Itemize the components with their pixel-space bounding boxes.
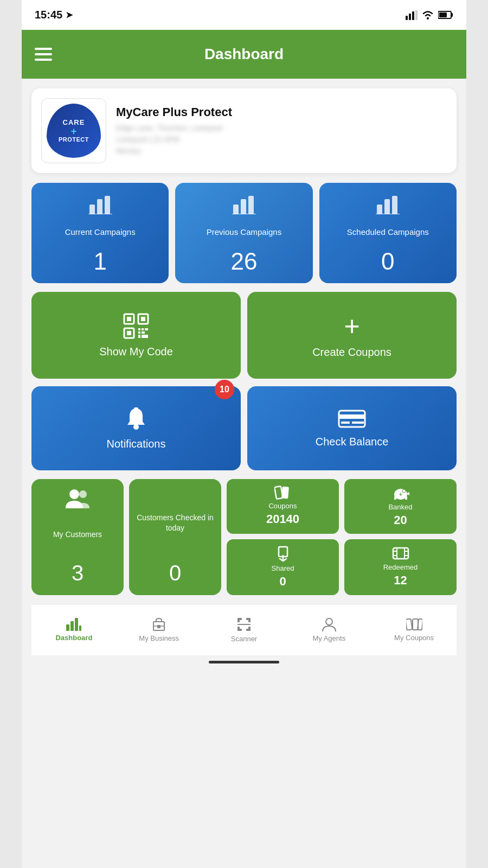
coupons-value: 20140 [266, 512, 299, 526]
nav-dashboard-label: Dashboard [55, 634, 92, 642]
signal-icon [406, 10, 418, 20]
svg-rect-56 [66, 624, 69, 631]
svg-rect-57 [70, 621, 74, 631]
svg-rect-3 [415, 10, 418, 20]
coupons-label: Coupons [268, 502, 297, 510]
svg-point-4 [427, 17, 429, 20]
previous-campaigns-label: Previous Campaigns [207, 227, 281, 238]
qr-code-icon [123, 313, 149, 339]
dashboard-nav-icon [66, 618, 81, 631]
checked-in-tile[interactable]: Customers Checked in today 0 [129, 479, 221, 595]
svg-rect-68 [237, 627, 240, 631]
notifications-label: Notifications [107, 438, 166, 450]
svg-rect-18 [392, 196, 397, 214]
svg-rect-32 [142, 335, 148, 338]
redeemed-stat-tile[interactable]: Redeemed 12 [344, 539, 457, 595]
share-icon [274, 546, 292, 562]
nav-scanner[interactable]: Scanner [202, 611, 287, 648]
business-info: MyCare Plus Protect Edge Lane, Thornton,… [116, 105, 447, 157]
nav-my-business[interactable]: My Business [117, 612, 202, 648]
app-header: Dashboard [22, 30, 466, 79]
svg-rect-10 [105, 196, 110, 214]
nav-scanner-label: Scanner [231, 635, 257, 643]
business-card: CARE + PROTECT MyCare Plus Protect Edge … [31, 88, 457, 173]
location-icon: ➤ [66, 10, 73, 20]
svg-rect-58 [75, 618, 78, 631]
show-my-code-button[interactable]: Show My Code [31, 292, 241, 379]
bar-chart-icon-scheduled [376, 195, 400, 214]
banked-stat-tile[interactable]: + Banked 20 [344, 479, 457, 534]
business-logo: CARE + PROTECT [41, 98, 106, 163]
status-time: 15:45 ➤ [35, 9, 73, 21]
nav-dashboard[interactable]: Dashboard [31, 612, 117, 647]
bar-chart-icon-current [88, 195, 112, 214]
battery-icon [438, 11, 453, 19]
scanner-nav-icon [236, 617, 252, 632]
svg-rect-9 [97, 199, 102, 214]
banked-value: 20 [394, 513, 407, 527]
coupon-stats-grid: Coupons 20140 + Banked 20 [227, 479, 457, 595]
my-customers-label: My Customers [53, 529, 102, 539]
svg-rect-1 [409, 14, 411, 20]
svg-rect-46 [405, 496, 407, 500]
svg-rect-8 [89, 205, 95, 214]
notifications-button[interactable]: 10 Notifications [31, 386, 241, 470]
status-icons [406, 10, 453, 20]
campaigns-row: Current Campaigns 1 Previous Campaigns 2… [31, 183, 457, 283]
svg-rect-28 [145, 328, 148, 330]
nav-my-business-label: My Business [139, 634, 179, 642]
nav-my-coupons[interactable]: My Coupons [371, 612, 457, 647]
card-icon [338, 409, 366, 429]
coupon-icon [274, 486, 292, 500]
plus-icon: + [344, 312, 359, 340]
business-nav-icon [152, 617, 166, 631]
logo-line2: PROTECT [59, 136, 89, 143]
bar-chart-icon-previous [232, 195, 256, 214]
shared-label: Shared [272, 564, 294, 572]
home-indicator [22, 655, 466, 672]
current-campaigns-tile[interactable]: Current Campaigns 1 [31, 183, 169, 283]
svg-rect-38 [352, 422, 364, 424]
coupons-stat-tile[interactable]: Coupons 20140 [227, 479, 339, 534]
svg-rect-23 [141, 317, 145, 321]
svg-rect-64 [237, 618, 240, 622]
nav-my-agents[interactable]: My Agents [286, 612, 371, 648]
my-customers-value: 3 [72, 561, 84, 585]
redeemed-label: Redeemed [383, 563, 418, 571]
svg-rect-45 [394, 496, 396, 500]
business-name: MyCare Plus Protect [116, 105, 447, 119]
banked-label: Banked [388, 503, 412, 511]
svg-rect-17 [384, 199, 390, 214]
svg-rect-42 [281, 487, 289, 499]
redeem-icon [392, 546, 409, 561]
scheduled-campaigns-tile[interactable]: Scheduled Campaigns 0 [319, 183, 457, 283]
menu-button[interactable] [35, 48, 52, 61]
users-icon [66, 489, 89, 508]
check-balance-button[interactable]: Check Balance [247, 386, 457, 470]
notification-badge: 10 [215, 380, 234, 399]
create-coupons-button[interactable]: + Create Coupons [247, 292, 457, 379]
wifi-icon [422, 10, 434, 20]
svg-rect-14 [248, 196, 254, 214]
svg-rect-6 [451, 13, 453, 17]
svg-rect-0 [406, 16, 408, 20]
bottom-stats-row: My Customers 3 Customers Checked in toda… [31, 479, 457, 595]
svg-rect-27 [142, 328, 144, 330]
my-customers-tile[interactable]: My Customers 3 [31, 479, 124, 595]
svg-rect-73 [406, 618, 412, 630]
svg-rect-37 [341, 422, 350, 424]
previous-campaigns-tile[interactable]: Previous Campaigns 26 [175, 183, 312, 283]
bottom-nav: Dashboard My Business S [31, 604, 457, 655]
svg-rect-62 [157, 625, 160, 628]
svg-rect-49 [393, 548, 408, 559]
svg-rect-26 [138, 328, 140, 330]
phone-container: 15:45 ➤ [22, 0, 466, 868]
check-balance-label: Check Balance [316, 436, 389, 448]
svg-rect-25 [127, 331, 131, 335]
shared-stat-tile[interactable]: Shared 0 [227, 539, 339, 595]
svg-rect-21 [127, 317, 131, 321]
coupons-nav-icon [406, 618, 422, 631]
svg-rect-66 [248, 618, 251, 622]
logo-plus-icon: + [59, 126, 89, 136]
checked-in-value: 0 [169, 561, 181, 585]
